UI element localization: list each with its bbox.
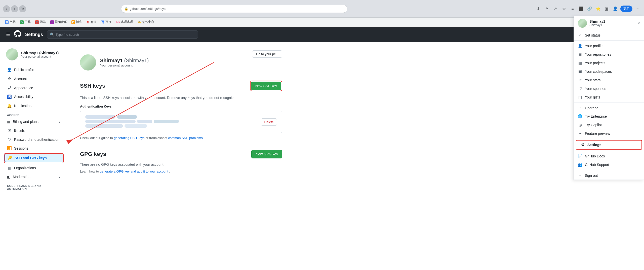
dropdown-item-upgrade[interactable]: ↑ Upgrade: [574, 104, 644, 112]
sidebar-item-account[interactable]: ⚙ Account: [4, 75, 64, 83]
docs-icon: 📄: [578, 154, 582, 158]
bookmark-icon-工具: 🔧: [20, 20, 24, 24]
profile-person-icon: 👤: [578, 44, 582, 48]
dropdown-item-github-support[interactable]: 👥 GitHub Support: [574, 160, 644, 169]
sidebar-item-notifications[interactable]: 🔔 Notifications: [4, 102, 64, 110]
global-search[interactable]: 🔍 Type / to search: [47, 30, 198, 39]
back-button[interactable]: ‹: [3, 5, 10, 12]
settings-sidebar: Shirmay1 (Shirmay1) Your personal accoun…: [0, 42, 68, 270]
sidebar-item-ssh-gpg-keys[interactable]: 🔑 SSH and GPG keys: [5, 154, 63, 162]
update-button[interactable]: 更新: [620, 6, 632, 12]
common-ssh-problems-link[interactable]: common SSH problems: [168, 136, 203, 140]
menu-dots-icon[interactable]: ⋯: [634, 5, 641, 12]
sidebar-item-sessions[interactable]: 📶 Sessions: [4, 144, 64, 153]
sidebar-item-billing[interactable]: ▦ Billing and plans ∨: [4, 118, 64, 126]
bookmark-icon-视频音乐: 🎵: [50, 20, 54, 24]
go-to-profile-button[interactable]: Go to your pe...: [252, 50, 282, 58]
hamburger-menu-button[interactable]: ☰: [6, 32, 10, 37]
browser-action-buttons: ⬇ A ↗ ☆ ≡ ⬛ 🔗 ⭐ ▣ 👤 更新 ⋯: [535, 5, 641, 12]
sidebar-label-appearance: Appearance: [14, 86, 33, 90]
user-display-name: Shirmay1: [100, 58, 124, 63]
extension2-icon[interactable]: ⭐: [595, 5, 602, 12]
dropdown-close-button[interactable]: ×: [637, 21, 640, 26]
bookmark-工具[interactable]: 🔧 工具: [18, 19, 33, 25]
sidebar-item-appearance[interactable]: 🖌 Appearance: [4, 84, 64, 92]
sidebar-label-ssh-gpg: SSH and GPG keys: [15, 156, 47, 160]
generating-ssh-keys-link[interactable]: generating SSH keys: [114, 136, 144, 140]
dropdown-item-your-sponsors[interactable]: ♡ Your sponsors: [574, 84, 644, 93]
sidebar-label-sessions: Sessions: [14, 146, 28, 150]
guide-text-end: .: [204, 136, 205, 140]
sidebar-item-public-profile[interactable]: 👤 Public profile: [4, 65, 64, 74]
gpg-keys-section: GPG keys New GPG key There are no GPG ke…: [80, 150, 282, 173]
bell-icon: 🔔: [7, 104, 12, 108]
forward-button[interactable]: ›: [11, 5, 18, 12]
ssh-key-blur-chip7: [125, 124, 147, 128]
dropdown-item-try-copilot[interactable]: ◎ Try Copilot: [574, 121, 644, 129]
sidebar-item-organizations[interactable]: ▦ Organizations: [4, 164, 64, 172]
heart-icon: ♡: [578, 86, 582, 91]
dropdown-item-sign-out[interactable]: → Sign out: [574, 171, 644, 180]
bookmark-博客[interactable]: 📝 博客: [69, 19, 84, 25]
new-gpg-key-button[interactable]: New GPG key: [251, 150, 282, 158]
dropdown-item-set-status[interactable]: ○ Set status: [574, 31, 644, 39]
new-ssh-key-button[interactable]: New SSH key: [251, 82, 281, 90]
tab-icon[interactable]: ▣: [603, 5, 610, 12]
chevron-down-moderation-icon: ∨: [59, 175, 61, 179]
dropdown-item-your-codespaces[interactable]: ▣ Your codespaces: [574, 67, 644, 76]
bookmark-icon-百度: 百: [101, 20, 104, 24]
dropdown-item-your-repositories[interactable]: ⊞ Your repositories: [574, 50, 644, 59]
dropdown-item-your-gists[interactable]: ◫ Your gists: [574, 93, 644, 102]
bookmark-创作中心[interactable]: ✍ 创作中心: [136, 19, 156, 25]
download-icon[interactable]: ⬇: [535, 5, 542, 12]
sidebar-item-password[interactable]: 🛡 Password and authentication: [4, 135, 64, 144]
key-icon: 🔑: [8, 156, 12, 160]
dropdown-item-github-docs[interactable]: 📄 GitHub Docs: [574, 152, 644, 160]
extension-icon[interactable]: ⬛: [578, 5, 585, 12]
bookmarks-bar: 📄 文档 🔧 工具 🌐 网站 🎵 视频音乐 📝 博客 有 有道 百 百度 bil…: [0, 18, 644, 27]
guide-text-mid: or troubleshoot: [145, 136, 168, 140]
dropdown-label-your-projects: Your projects: [585, 61, 605, 65]
email-icon: ✉: [7, 128, 12, 133]
refresh-button[interactable]: ↻: [19, 5, 26, 12]
bookmark-label-网站: 网站: [40, 20, 46, 24]
learn-text-before: Learn how to: [80, 170, 100, 173]
dropdown-item-your-stars[interactable]: ☆ Your stars: [574, 76, 644, 84]
bookmark-有道[interactable]: 有 有道: [85, 19, 99, 25]
ssh-key-blur-chip6: [85, 124, 123, 128]
generate-gpg-key-link[interactable]: generate a GPG key and add it to your ac…: [100, 170, 168, 173]
auth-keys-label: Authentication Keys: [80, 105, 282, 108]
bookmark-label-百度: 百度: [105, 20, 111, 24]
bookmark-视频音乐[interactable]: 🎵 视频音乐: [48, 19, 69, 25]
address-bar[interactable]: 🔒 github.com/settings/keys: [121, 5, 347, 13]
profile-icon[interactable]: 👤: [612, 5, 619, 12]
bookmark-文档[interactable]: 📄 文档: [3, 19, 18, 25]
link-icon[interactable]: 🔗: [586, 5, 593, 12]
bookmark-icon[interactable]: ☆: [560, 5, 568, 12]
gpg-learn-text: Learn how to generate a GPG key and add …: [80, 170, 282, 173]
translate-icon[interactable]: A: [543, 5, 550, 12]
dropdown-item-your-projects[interactable]: ▦ Your projects: [574, 59, 644, 67]
dropdown-label-your-repositories: Your repositories: [585, 52, 611, 56]
user-heading: Shirmay1 (Shirmay1) Your personal accoun…: [80, 54, 252, 71]
person-icon: 👤: [7, 68, 12, 72]
share-icon[interactable]: ↗: [552, 5, 559, 12]
delete-ssh-key-button[interactable]: Delete: [261, 118, 277, 126]
sidebar-label-notifications: Notifications: [14, 104, 33, 108]
sidebar-item-emails[interactable]: ✉ Emails: [4, 126, 64, 135]
bookmark-网站[interactable]: 🌐 网站: [33, 19, 48, 25]
sidebar-item-accessibility[interactable]: ♿ Accessibility: [4, 92, 64, 101]
dropdown-item-your-profile[interactable]: 👤 Your profile: [574, 42, 644, 50]
sidebar-item-moderation[interactable]: ◧ Moderation ∨: [4, 173, 64, 181]
dropdown-label-try-enterprise: Try Enterprise: [585, 114, 607, 118]
dropdown-divider-1: [574, 40, 644, 41]
new-ssh-key-wrapper: New SSH key: [250, 81, 282, 91]
bookmark-百度[interactable]: 百 百度: [99, 19, 113, 25]
reading-mode-icon[interactable]: ≡: [569, 5, 576, 12]
dropdown-item-try-enterprise[interactable]: 🌐 Try Enterprise: [574, 112, 644, 121]
dropdown-label-your-gists: Your gists: [585, 95, 600, 99]
dropdown-item-settings[interactable]: ⚙ Settings: [576, 141, 641, 149]
bookmark-哔哩哔哩[interactable]: bili 哔哩哔哩: [114, 19, 135, 25]
dropdown-item-feature-preview[interactable]: ✦ Feature preview: [574, 129, 644, 138]
search-icon: 🔍: [50, 32, 54, 37]
